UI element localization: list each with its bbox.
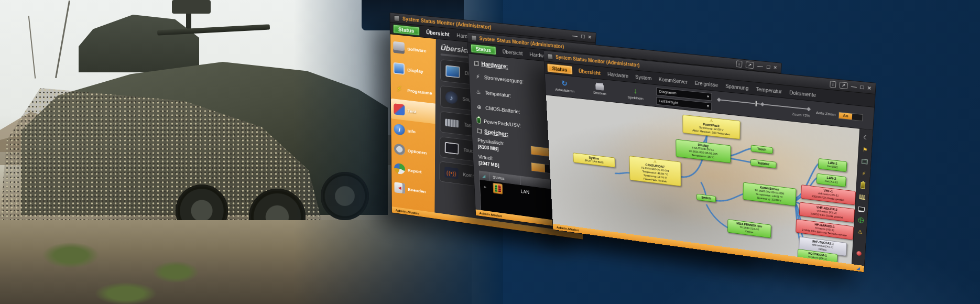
keyboard-icon xyxy=(445,118,459,127)
row-label: Virtuell: xyxy=(478,154,494,161)
row-label: Temperatur: xyxy=(485,90,511,98)
powerpack-icon xyxy=(476,117,481,124)
sidebar-label: Programme xyxy=(407,88,432,95)
tab-kommserver[interactable]: KommServer xyxy=(655,74,691,86)
temperature-icon: ♨ xyxy=(475,89,482,96)
save-icon: ↓ xyxy=(634,87,637,95)
tab-spannung[interactable]: Spannung xyxy=(722,81,752,92)
auto-zoom-toggle[interactable]: An xyxy=(839,112,863,121)
tab-temperatur[interactable]: Temperatur xyxy=(753,84,786,95)
button-label: Aktualisieren xyxy=(555,88,574,94)
lightning-icon: ⚡ xyxy=(475,73,481,80)
test-tools-icon xyxy=(394,103,405,115)
software-icon xyxy=(393,41,405,54)
row-label: PowerPack/USV: xyxy=(484,118,521,128)
antenna-icon: ((•)) xyxy=(444,167,459,179)
expand-button[interactable]: ↗ xyxy=(840,82,848,89)
device-status-icon xyxy=(493,182,503,194)
toggle-state: An xyxy=(839,112,853,120)
gear-icon xyxy=(394,143,405,155)
app-icon xyxy=(548,53,553,60)
slider-tick xyxy=(807,107,811,111)
tab-system[interactable]: System xyxy=(632,72,655,82)
chevron-down-icon: ▾ xyxy=(707,94,709,99)
warning-icon: ⚠ xyxy=(654,159,657,164)
printer-icon xyxy=(595,84,604,90)
tab-dokumente[interactable]: Dokumente xyxy=(786,88,820,99)
sidebar-label: Test xyxy=(408,108,417,114)
sidebar-label: Beenden xyxy=(408,187,426,194)
night-mode-icon[interactable]: ☾ xyxy=(862,133,870,142)
info-icon: i xyxy=(394,124,405,136)
export-button[interactable]: ↓ xyxy=(830,81,836,88)
export-button[interactable]: ↓ xyxy=(736,60,743,68)
slider-thumb[interactable] xyxy=(755,101,757,107)
select-value: Diagramm xyxy=(659,89,676,95)
tab-uebersicht[interactable]: Übersicht xyxy=(423,28,453,39)
row-marker-icon: ▸ xyxy=(480,183,491,190)
flag-icon[interactable]: ⚑ xyxy=(861,145,869,154)
section-title: Hardware: xyxy=(481,61,508,70)
slider-tick xyxy=(717,97,721,102)
close-button[interactable]: × xyxy=(774,64,777,70)
save-button[interactable]: ↓ Speichern xyxy=(620,82,651,104)
refresh-button[interactable]: ↻ Aktualisieren xyxy=(549,75,580,97)
app-icon xyxy=(394,15,400,21)
maximize-button[interactable]: □ xyxy=(767,64,770,70)
button-label: Speichern xyxy=(628,95,644,101)
print-button[interactable]: Drucken xyxy=(584,79,615,101)
warning-icon[interactable]: ⚠ xyxy=(856,227,864,236)
sidebar-label: Display xyxy=(407,67,423,74)
cmos-icon: ⊕ xyxy=(476,104,482,111)
tab-uebersicht[interactable]: Übersicht xyxy=(575,67,604,77)
resize-grip-icon[interactable]: ◢ xyxy=(856,266,860,270)
network-ports-icon[interactable] xyxy=(859,194,865,200)
exit-door-icon: ◄ xyxy=(394,182,405,194)
minimize-button[interactable]: — xyxy=(572,32,578,39)
sidebar-label: Info xyxy=(408,128,416,134)
sidebar-label: Software xyxy=(407,46,426,53)
tab-ereignisse[interactable]: Ereignisse xyxy=(691,78,722,89)
close-button[interactable]: × xyxy=(867,84,872,91)
frame-icon[interactable] xyxy=(861,159,867,164)
report-chart-icon xyxy=(394,163,405,175)
sidebar-label: Report xyxy=(408,167,421,174)
tab-hardware[interactable]: Hardware xyxy=(604,69,632,80)
section-title: Speicher: xyxy=(484,128,509,138)
row-label: CMOS-Batterie: xyxy=(485,105,520,114)
maximize-button[interactable]: □ xyxy=(860,84,864,90)
status-indicator-warning[interactable]: Status xyxy=(547,63,572,74)
sensor-head xyxy=(172,0,211,14)
app-icon xyxy=(471,35,477,41)
touchscreen-icon xyxy=(445,142,459,155)
maximize-button[interactable]: □ xyxy=(581,34,585,39)
chevron-down-icon: ▾ xyxy=(707,104,709,108)
sidebar-label: Optionen xyxy=(408,148,427,155)
refresh-icon: ↻ xyxy=(561,80,568,88)
power-icon[interactable]: ⚡ xyxy=(859,169,868,178)
button-label: Drucken xyxy=(593,90,606,96)
tab-uebersicht[interactable]: Übersicht xyxy=(499,47,526,58)
close-button[interactable]: × xyxy=(588,34,592,40)
section-icon xyxy=(474,61,479,66)
auto-zoom-group: Auto Zoom An xyxy=(816,109,863,121)
section-icon xyxy=(477,128,482,134)
minimize-button[interactable]: — xyxy=(851,83,857,90)
programs-icon: ⚡ xyxy=(394,83,405,95)
zoom-value: Zoom 72% xyxy=(792,112,810,118)
hero-banner: System Status Monitor (Administrator) — … xyxy=(0,0,980,304)
sidebar: Software Display ⚡ Programme Test i Info xyxy=(390,34,436,218)
monitor-icon[interactable] xyxy=(858,207,865,211)
minimize-button[interactable]: — xyxy=(757,63,763,69)
status-indicator[interactable]: Status xyxy=(393,24,419,36)
battery-icon[interactable] xyxy=(861,182,865,189)
auto-zoom-label: Auto Zoom xyxy=(816,111,836,117)
monitor-icon xyxy=(445,65,460,78)
memory-total: [2047 MB] xyxy=(478,160,499,168)
sort-icon[interactable]: ◢ xyxy=(480,171,491,181)
status-indicator[interactable]: Status xyxy=(471,44,496,55)
globe-icon[interactable] xyxy=(858,217,864,223)
memory-total: [8103 MB] xyxy=(478,144,499,151)
window-diagram: System Status Monitor (Administrator) ↓ … xyxy=(543,50,876,273)
expand-button[interactable]: ↗ xyxy=(746,61,754,69)
